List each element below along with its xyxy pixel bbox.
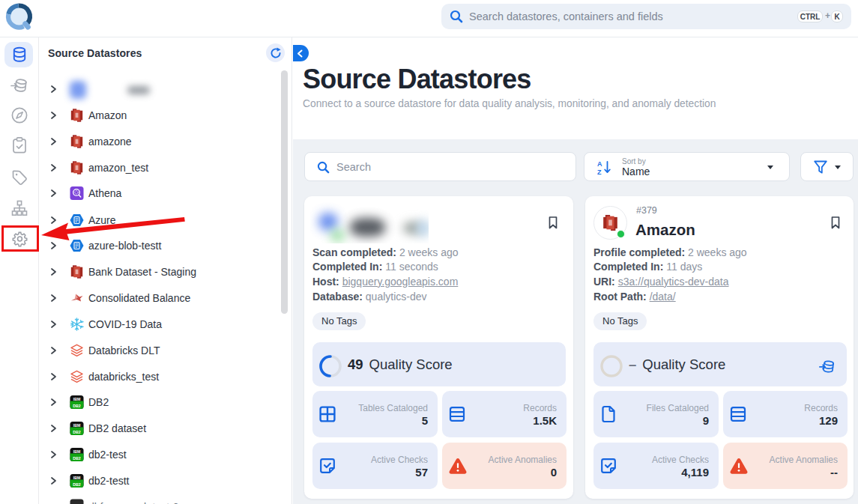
svg-text:IBM: IBM [73,449,81,454]
svg-text:DB2: DB2 [73,456,80,461]
svg-text:IBM: IBM [73,423,81,428]
svg-text:DB2: DB2 [73,404,80,408]
svg-text:DB2: DB2 [73,482,80,487]
svg-text:IBM: IBM [73,476,81,480]
svg-text:A: A [597,160,602,168]
svg-text:Z: Z [597,168,602,176]
svg-text:DB2: DB2 [73,430,80,434]
svg-text:IBM: IBM [73,397,81,401]
